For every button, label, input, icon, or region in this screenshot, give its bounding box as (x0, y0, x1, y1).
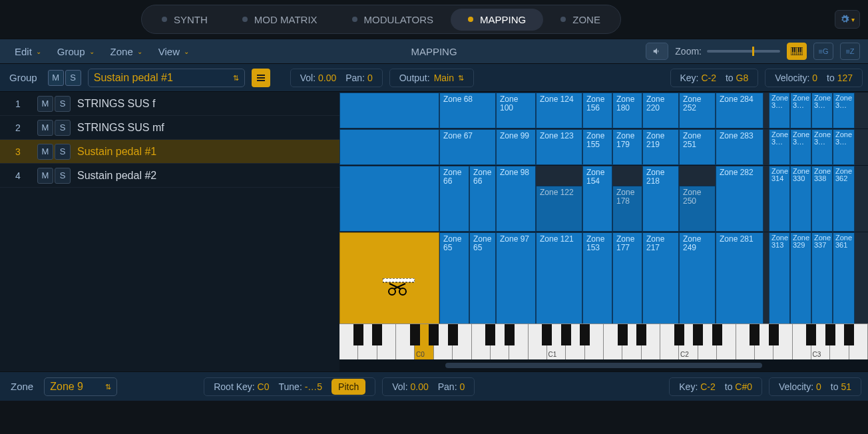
pitch-button[interactable]: Pitch (331, 379, 365, 395)
zone-vel-low[interactable]: 0 (816, 381, 821, 392)
zone-cell[interactable]: Zone 156 (582, 93, 612, 128)
zone-cell[interactable]: Zone 249 (679, 232, 716, 324)
zone-cell[interactable]: Zone 330 (790, 166, 811, 232)
audition-button[interactable] (646, 43, 668, 60)
group-list-row[interactable]: 1 MS STRINGS SUS f (0, 92, 339, 116)
edit-menu[interactable]: Edit⌄ (8, 43, 48, 60)
tab-synth[interactable]: SYNTH (144, 9, 225, 31)
vol-value[interactable]: 0.00 (318, 73, 336, 83)
tab-zone[interactable]: ZONE (543, 9, 618, 31)
solo-button[interactable]: S (55, 168, 71, 184)
horizontal-scrollbar[interactable] (339, 359, 868, 371)
vel-low[interactable]: 0 (812, 73, 817, 83)
group-list-toggle[interactable] (252, 69, 270, 87)
solo-button[interactable]: S (55, 96, 71, 112)
vel-high[interactable]: 127 (837, 73, 853, 83)
zone-cell[interactable]: Zone 3… (769, 129, 790, 165)
zone-cell[interactable]: Zone 65 (439, 232, 469, 324)
zone-key-low[interactable]: C-2 (700, 381, 716, 392)
zone-pan-value[interactable]: 0 (459, 381, 465, 392)
zone-cell[interactable]: Zone 66 (439, 166, 469, 232)
zone-cell[interactable]: Zone 3… (790, 129, 811, 165)
group-menu[interactable]: Group⌄ (51, 43, 101, 60)
zone-cell[interactable]: Zone 283 (716, 129, 763, 165)
zone-cell[interactable]: Zone 3… (811, 93, 833, 128)
zone-cell[interactable]: Zone 180 (612, 93, 642, 128)
zone-cell[interactable]: Zone 65 (469, 232, 496, 324)
tune-value[interactable]: -…5 (305, 381, 322, 392)
key-high[interactable]: G8 (736, 73, 749, 83)
zone-cell[interactable]: Zone 154 (582, 166, 612, 232)
zone-cell[interactable]: Zone 3… (790, 93, 811, 128)
key-low[interactable]: C-2 (701, 73, 716, 83)
zone-cell[interactable] (339, 166, 439, 232)
zone-cell[interactable]: Zone 155 (582, 129, 612, 165)
zoom-slider[interactable] (707, 50, 780, 53)
zone-cell[interactable]: Zone 179 (612, 129, 642, 165)
settings-menu-button[interactable]: ▾ (835, 10, 860, 29)
group-list-row[interactable]: 4 MS Sustain pedal #2 (0, 164, 339, 188)
zone-cell[interactable]: Zone 124 (536, 93, 582, 128)
mute-button[interactable]: M (37, 96, 53, 112)
zone-cell[interactable]: Zone 314 (769, 166, 790, 232)
zone-cell[interactable]: Zone 361 (833, 232, 855, 324)
zone-cell[interactable]: Zone 67 (439, 129, 496, 165)
keyboard-ruler[interactable]: C0C1C2C3 (339, 324, 868, 359)
root-key-value[interactable]: C0 (258, 381, 270, 392)
mute-button[interactable]: M (37, 120, 53, 136)
zone-cell[interactable]: Zone 3… (833, 93, 855, 128)
view-group-list-button[interactable]: ≡G (813, 43, 833, 60)
zone-cell[interactable]: Zone 218 (642, 166, 679, 232)
zone-cell[interactable]: Zone 98 (496, 166, 536, 232)
zone-key-high[interactable]: C#0 (735, 381, 752, 392)
zone-grid[interactable]: Zone 68 Zone 100 Zone 124 Zone 156 Zone … (339, 92, 868, 324)
tab-mod-matrix[interactable]: MOD MATRIX (225, 9, 335, 31)
zone-cell[interactable]: Zone 313 (769, 232, 790, 324)
zone-cell[interactable]: Zone 97 (496, 232, 536, 324)
zone-vol-value[interactable]: 0.00 (410, 381, 428, 392)
zone-cell[interactable]: Zone 68 (439, 93, 496, 128)
tab-modulators[interactable]: MODULATORS (335, 9, 451, 31)
zone-cell[interactable]: Zone 281 (716, 232, 763, 324)
mute-button[interactable]: M (37, 144, 53, 160)
solo-button[interactable]: S (55, 144, 71, 160)
zone-cell[interactable]: Zone 99 (496, 129, 536, 165)
mute-button[interactable]: M (48, 70, 64, 86)
group-list-row[interactable]: 2 MS STRINGS SUS mf (0, 116, 339, 140)
zone-cell[interactable]: Zone 250 (679, 186, 716, 232)
solo-button[interactable]: S (65, 70, 81, 86)
zone-cell[interactable]: Zone 153 (582, 232, 612, 324)
zone-cell[interactable]: Zone 178 (612, 186, 642, 232)
zone-cell[interactable]: Zone 252 (679, 93, 716, 128)
zone-cell[interactable]: Zone 217 (642, 232, 679, 324)
view-zone-list-button[interactable]: ≡Z (840, 43, 860, 60)
zone-cell[interactable]: Zone 100 (496, 93, 536, 128)
zone-cell[interactable]: Zone 122 (536, 186, 582, 232)
zone-cell[interactable]: Zone 251 (679, 129, 716, 165)
zone-vel-high[interactable]: 51 (841, 381, 851, 392)
zone-menu[interactable]: Zone⌄ (104, 43, 149, 60)
view-menu[interactable]: View⌄ (152, 43, 196, 60)
zone-cell[interactable]: Zone 284 (716, 93, 763, 128)
zone-cell[interactable]: Zone 3… (769, 93, 790, 128)
zone-cell[interactable]: Zone 220 (642, 93, 679, 128)
zone-cell[interactable]: Zone 3… (811, 129, 833, 165)
zone-cell[interactable]: Zone 123 (536, 129, 582, 165)
zone-cell[interactable]: Zone 329 (790, 232, 811, 324)
zone-cell[interactable]: Zone 338 (811, 166, 833, 232)
zone-select[interactable]: Zone 9 ⇅ (44, 377, 117, 396)
mute-button[interactable]: M (37, 168, 53, 184)
zone-cell[interactable]: Zone 177 (612, 232, 642, 324)
zone-cell[interactable]: Zone 3… (833, 129, 855, 165)
tab-mapping[interactable]: MAPPING (451, 9, 543, 31)
zone-cell[interactable]: Zone 362 (833, 166, 855, 232)
group-list-row-selected[interactable]: 3 MS Sustain pedal #1 (0, 140, 339, 164)
zone-cell[interactable] (339, 129, 439, 165)
zone-cell[interactable]: Zone 337 (811, 232, 833, 324)
zone-cell[interactable]: Zone 219 (642, 129, 679, 165)
solo-button[interactable]: S (55, 120, 71, 136)
zone-cell[interactable] (339, 93, 439, 128)
zone-cell[interactable]: Zone 282 (716, 166, 763, 232)
zone-cell[interactable]: Zone 121 (536, 232, 582, 324)
zone-cell[interactable]: Zone 66 (469, 166, 496, 232)
